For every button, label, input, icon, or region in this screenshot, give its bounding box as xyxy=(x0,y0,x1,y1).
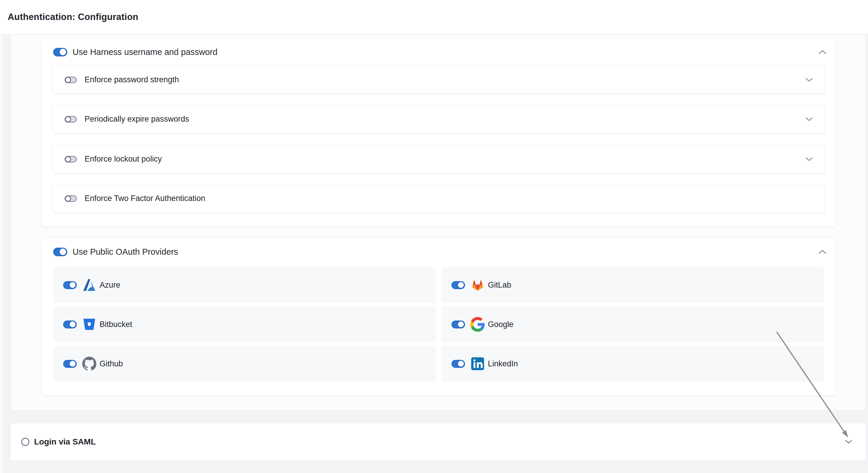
oauth-tile-bitbucket[interactable]: Bitbucket xyxy=(54,307,436,342)
password-strength-toggle[interactable] xyxy=(65,77,77,83)
expand-row-button[interactable] xyxy=(805,157,813,162)
oauth-tile-google[interactable]: Google xyxy=(442,307,824,342)
linkedin-icon xyxy=(470,356,485,371)
linkedin-toggle[interactable] xyxy=(452,360,465,368)
oauth-providers-toggle[interactable] xyxy=(53,248,67,256)
row-enforce-password-strength[interactable]: Enforce password strength xyxy=(53,66,825,94)
saml-login-bar[interactable]: Login via SAML xyxy=(10,423,866,461)
gitlab-icon xyxy=(470,277,485,293)
lockout-policy-toggle[interactable] xyxy=(65,156,77,162)
page-title: Authentication: Configuration xyxy=(8,12,138,22)
gitlab-toggle[interactable] xyxy=(452,281,465,289)
harness-card-header: Use Harness username and password xyxy=(42,44,836,60)
bitbucket-toggle[interactable] xyxy=(63,320,77,328)
row-label: Enforce password strength xyxy=(85,75,179,84)
chevron-up-icon xyxy=(818,249,827,254)
oauth-card-label: Use Public OAuth Providers xyxy=(72,247,178,257)
google-toggle[interactable] xyxy=(452,320,465,328)
harness-login-card: Use Harness username and password Enforc… xyxy=(41,38,836,227)
azure-toggle[interactable] xyxy=(63,281,77,289)
provider-label: Bitbucket xyxy=(100,320,132,329)
oauth-card-header: Use Public OAuth Providers xyxy=(42,244,836,260)
google-icon xyxy=(470,317,485,332)
chevron-down-icon xyxy=(845,440,853,444)
saml-label: Login via SAML xyxy=(34,437,96,447)
azure-icon xyxy=(82,277,97,293)
provider-label: Github xyxy=(100,359,123,369)
collapse-card-button[interactable] xyxy=(818,50,827,55)
row-enforce-two-factor-authentication[interactable]: Enforce Two Factor Authentication xyxy=(53,185,825,212)
provider-label: Azure xyxy=(100,281,120,290)
expand-row-button[interactable] xyxy=(805,77,813,82)
expire-passwords-toggle[interactable] xyxy=(65,116,77,123)
chevron-up-icon xyxy=(818,50,827,55)
row-enforce-lockout-policy[interactable]: Enforce lockout policy xyxy=(53,145,825,173)
chevron-down-icon xyxy=(805,157,813,162)
provider-label: GitLab xyxy=(488,281,512,290)
oauth-providers-card: Use Public OAuth Providers Azure xyxy=(41,238,836,396)
github-toggle[interactable] xyxy=(63,360,77,368)
bitbucket-icon xyxy=(82,317,97,332)
oauth-tile-linkedin[interactable]: LinkedIn xyxy=(442,346,824,382)
chevron-down-icon xyxy=(805,117,813,122)
row-label: Periodically expire passwords xyxy=(85,115,189,124)
oauth-provider-grid: Azure Bitbucket xyxy=(54,267,824,382)
row-label: Enforce Two Factor Authentication xyxy=(85,194,205,203)
provider-label: Google xyxy=(488,320,514,329)
two-factor-toggle[interactable] xyxy=(65,195,77,202)
github-icon xyxy=(82,356,97,371)
expand-saml-button[interactable] xyxy=(845,440,853,444)
page-header: Authentication: Configuration xyxy=(0,0,868,34)
oauth-tile-github[interactable]: Github xyxy=(54,346,436,382)
provider-label: LinkedIn xyxy=(488,359,518,369)
oauth-tile-azure[interactable]: Azure xyxy=(54,267,436,303)
harness-card-label: Use Harness username and password xyxy=(72,47,217,57)
row-label: Enforce lockout policy xyxy=(85,155,162,164)
row-periodically-expire-passwords[interactable]: Periodically expire passwords xyxy=(53,105,825,133)
chevron-down-icon xyxy=(805,77,813,82)
expand-row-button[interactable] xyxy=(805,117,813,122)
oauth-tile-gitlab[interactable]: GitLab xyxy=(442,267,824,303)
left-gutter xyxy=(0,34,3,473)
harness-login-toggle[interactable] xyxy=(53,48,67,56)
auth-settings-panel: Use Harness username and password Enforc… xyxy=(10,35,866,410)
collapse-card-button[interactable] xyxy=(818,249,827,254)
authentication-configuration-page: Authentication: Configuration Use Harnes… xyxy=(0,0,868,473)
saml-radio-button[interactable] xyxy=(21,438,29,446)
